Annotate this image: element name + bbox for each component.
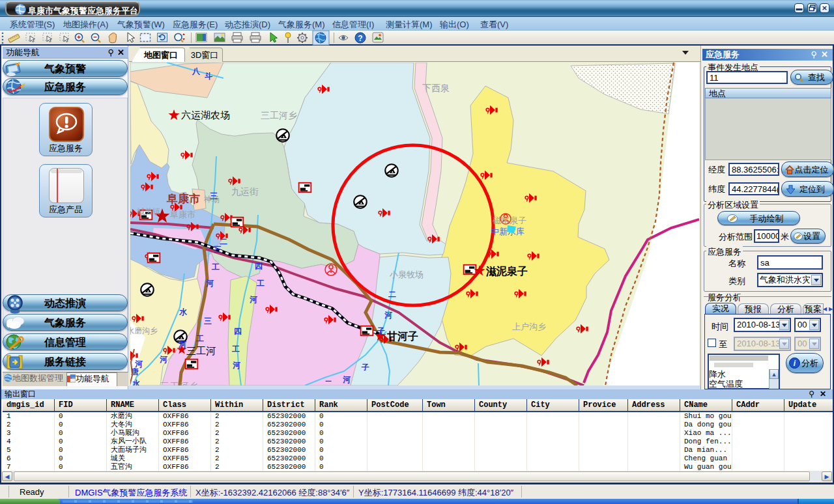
svg-text:子: 子 bbox=[377, 326, 385, 335]
svg-text:工: 工 bbox=[211, 262, 220, 272]
svg-text:上户沟乡: 上户沟乡 bbox=[512, 322, 546, 331]
svg-text:水: 水 bbox=[132, 379, 141, 385]
svg-text:阜康市: 阜康市 bbox=[166, 192, 200, 205]
svg-text:河: 河 bbox=[384, 311, 392, 320]
svg-text:二: 二 bbox=[220, 237, 227, 246]
svg-text:下西泉: 下西泉 bbox=[422, 83, 450, 93]
svg-text:水磨沟乡: 水磨沟乡 bbox=[130, 326, 158, 335]
svg-text:斗: 斗 bbox=[205, 72, 213, 81]
svg-text:河: 河 bbox=[343, 375, 351, 384]
svg-text:水: 水 bbox=[179, 307, 188, 316]
svg-text:工: 工 bbox=[195, 334, 204, 343]
svg-text:八: 八 bbox=[192, 66, 201, 76]
svg-text:子: 子 bbox=[361, 363, 369, 372]
svg-text:三工河: 三工河 bbox=[186, 345, 216, 356]
svg-text:?: ? bbox=[358, 34, 362, 43]
svg-text:河: 河 bbox=[233, 361, 240, 370]
svg-text:小泉牧场: 小泉牧场 bbox=[389, 270, 424, 279]
svg-text:三工河乡: 三工河乡 bbox=[160, 381, 199, 385]
svg-text:河: 河 bbox=[179, 340, 186, 349]
svg-text:滋泥泉子: 滋泥泉子 bbox=[485, 266, 528, 277]
svg-text:河: 河 bbox=[160, 355, 167, 364]
svg-text:九运街: 九运街 bbox=[231, 186, 259, 197]
svg-text:甘河子: 甘河子 bbox=[386, 331, 418, 342]
svg-text:阜康市: 阜康市 bbox=[170, 210, 195, 219]
svg-text:工: 工 bbox=[231, 344, 240, 354]
svg-text:磁窑泉子: 磁窑泉子 bbox=[493, 216, 526, 225]
svg-text:工: 工 bbox=[256, 279, 265, 288]
svg-text:二: 二 bbox=[388, 290, 396, 299]
svg-text:六运湖农场: 六运湖农场 bbox=[181, 109, 230, 120]
svg-text:河: 河 bbox=[250, 295, 257, 304]
svg-text:三工河乡: 三工河乡 bbox=[261, 110, 297, 120]
svg-text:城关镇: 城关镇 bbox=[137, 207, 160, 216]
svg-text:三: 三 bbox=[210, 191, 218, 201]
svg-text:三: 三 bbox=[214, 245, 222, 254]
svg-text:四: 四 bbox=[234, 327, 242, 336]
svg-text:三: 三 bbox=[204, 316, 212, 326]
svg-text:二: 二 bbox=[324, 379, 332, 385]
svg-text:河: 河 bbox=[206, 279, 214, 288]
svg-text:四: 四 bbox=[255, 262, 263, 271]
